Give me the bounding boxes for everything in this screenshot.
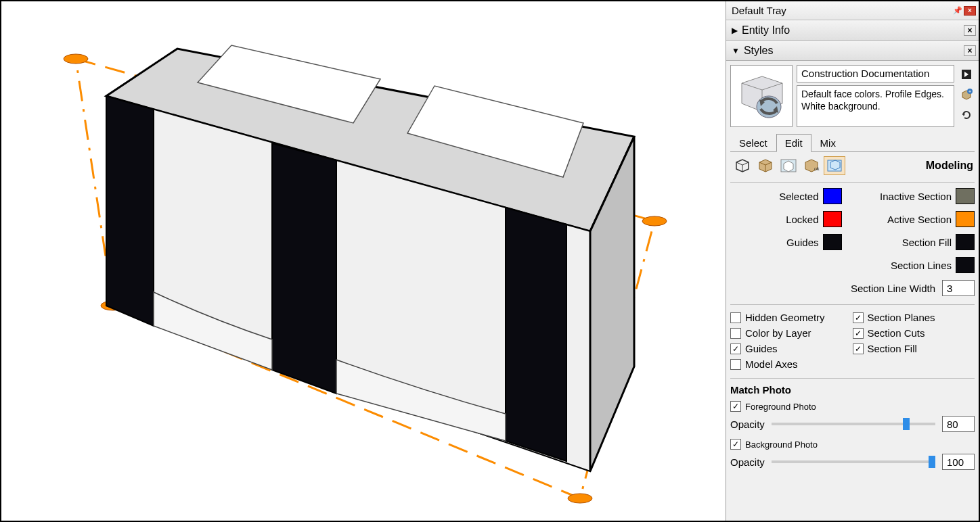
match-photo-title: Match Photo (730, 384, 975, 396)
face-settings-button[interactable] (755, 156, 776, 175)
background-photo-label: Background Photo (745, 440, 818, 450)
refresh-icon[interactable] (960, 108, 973, 122)
tray-titlebar[interactable]: Default Tray 📌 × (726, 1, 979, 20)
refresh-icon (735, 70, 788, 122)
tab-select[interactable]: Select (730, 134, 776, 152)
entity-info-header[interactable]: ▶ Entity Info × (726, 20, 979, 41)
close-icon[interactable]: × (964, 6, 976, 16)
close-icon[interactable]: × (964, 45, 976, 56)
section-line-width-label: Section Line Width (851, 283, 935, 294)
section-line-width-input[interactable] (942, 280, 975, 296)
background-opacity-slider[interactable] (772, 460, 935, 463)
model-axes-checkbox[interactable] (730, 359, 741, 370)
create-style-icon[interactable]: + (960, 88, 973, 101)
pin-icon[interactable]: 📌 (953, 6, 962, 16)
opacity-label: Opacity (730, 456, 765, 468)
svg-text:+: + (968, 89, 971, 94)
selected-color-swatch[interactable] (823, 188, 842, 204)
tab-mix[interactable]: Mix (811, 134, 845, 152)
inactive-section-color-swatch[interactable] (956, 188, 975, 204)
hidden-geometry-checkbox[interactable] (730, 312, 741, 323)
section-cuts-label: Section Cuts (868, 327, 925, 339)
modeling-settings-button[interactable] (824, 156, 845, 175)
inactive-section-color-label: Inactive Section (864, 191, 952, 202)
tab-edit[interactable]: Edit (776, 134, 811, 152)
section-fill-checkbox[interactable] (853, 343, 864, 354)
svg-text:ok: ok (814, 166, 820, 171)
locked-color-label: Locked (730, 214, 819, 225)
color-by-layer-label: Color by Layer (745, 327, 811, 339)
foreground-photo-label: Foreground Photo (745, 402, 816, 412)
color-by-layer-checkbox[interactable] (730, 328, 741, 339)
section-fill-color-swatch[interactable] (956, 234, 975, 250)
guides-checkbox[interactable] (730, 343, 741, 354)
chevron-right-icon: ▶ (732, 26, 738, 35)
viewport[interactable] (1, 1, 726, 522)
style-description-input[interactable]: Default face colors. Profile Edges. Whit… (797, 85, 954, 127)
background-photo-checkbox[interactable] (730, 439, 741, 450)
watermark-settings-button[interactable]: ok (801, 156, 822, 175)
styles-header[interactable]: ▼ Styles × (726, 41, 979, 61)
style-tabs: Select Edit Mix (730, 134, 975, 152)
model-axes-label: Model Axes (745, 358, 798, 370)
foreground-opacity-value[interactable]: 80 (942, 416, 975, 432)
entity-info-label: Entity Info (742, 24, 964, 37)
section-lines-color-label: Section Lines (864, 260, 952, 271)
selected-color-label: Selected (730, 191, 819, 202)
foreground-opacity-slider[interactable] (772, 423, 935, 425)
active-section-color-label: Active Section (864, 214, 952, 225)
chevron-down-icon: ▼ (732, 46, 740, 55)
default-tray: Default Tray 📌 × ▶ Entity Info × ▼ Style… (726, 1, 979, 522)
styles-label: Styles (744, 45, 964, 57)
svg-point-4 (64, 54, 88, 64)
section-cuts-checkbox[interactable] (853, 328, 864, 339)
style-thumbnail[interactable] (730, 65, 793, 127)
model-view (1, 1, 726, 522)
update-style-icon[interactable] (960, 68, 973, 81)
hidden-geometry-label: Hidden Geometry (745, 312, 825, 323)
background-settings-button[interactable] (778, 156, 799, 175)
section-planes-label: Section Planes (868, 312, 935, 323)
opacity-label: Opacity (730, 419, 765, 430)
section-planes-checkbox[interactable] (853, 312, 864, 323)
close-icon[interactable]: × (964, 25, 976, 36)
edge-settings-button[interactable] (732, 156, 753, 175)
section-title: Modeling (926, 160, 973, 172)
locked-color-swatch[interactable] (823, 211, 842, 227)
styles-panel: Construction Documentation Default face … (726, 61, 979, 481)
guides-color-label: Guides (730, 237, 819, 248)
svg-point-6 (568, 494, 592, 503)
tray-title: Default Tray (732, 5, 953, 16)
section-fill-color-label: Section Fill (864, 237, 952, 248)
foreground-photo-checkbox[interactable] (730, 401, 741, 412)
background-opacity-value[interactable]: 100 (942, 454, 975, 470)
svg-point-5 (642, 216, 667, 226)
active-section-color-swatch[interactable] (956, 211, 975, 227)
guides-color-swatch[interactable] (823, 234, 842, 250)
style-name-input[interactable]: Construction Documentation (797, 65, 954, 82)
guides-checkbox-label: Guides (745, 343, 778, 354)
section-lines-color-swatch[interactable] (956, 257, 975, 273)
section-fill-checkbox-label: Section Fill (868, 343, 917, 354)
